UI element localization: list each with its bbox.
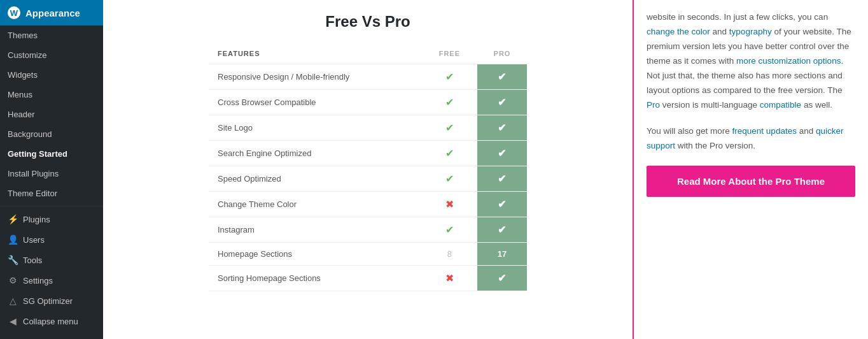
cross-icon: ✖ bbox=[445, 273, 454, 284]
sidebar-item-background[interactable]: Background bbox=[0, 124, 103, 144]
feature-cell: Homepage Sections bbox=[209, 243, 422, 266]
feature-cell: Responsive Design / Mobile-friendly bbox=[209, 64, 422, 90]
pro-cell: ✔ bbox=[477, 64, 527, 90]
tools-icon: 🔧 bbox=[8, 255, 18, 265]
plugins-icon: ⚡ bbox=[8, 214, 18, 224]
sidebar-item-collapse-menu[interactable]: ◀ Collapse menu bbox=[0, 311, 103, 331]
check-icon: ✔ bbox=[498, 122, 506, 133]
read-more-button[interactable]: Read More About the Pro Theme bbox=[647, 166, 855, 197]
free-cell: ✔ bbox=[422, 166, 477, 192]
check-icon: ✔ bbox=[445, 71, 454, 82]
table-row: Search Engine Optimized✔✔ bbox=[209, 141, 527, 166]
feature-cell: Site Logo bbox=[209, 115, 422, 141]
pro-cell: ✔ bbox=[477, 90, 527, 115]
users-label: Users bbox=[23, 235, 45, 245]
free-cell: ✔ bbox=[422, 90, 477, 115]
right-panel-paragraph2: You will also get more frequent updates … bbox=[647, 124, 855, 154]
sidebar-item-header[interactable]: Header bbox=[0, 105, 103, 124]
sidebar-item-themes[interactable]: Themes bbox=[0, 25, 103, 45]
pro-cell: ✔ bbox=[477, 115, 527, 141]
collapse-menu-label: Collapse menu bbox=[23, 317, 78, 326]
feature-cell: Change Theme Color bbox=[209, 192, 422, 217]
check-icon: ✔ bbox=[498, 199, 506, 210]
free-cell: 8 bbox=[422, 243, 477, 266]
tools-label: Tools bbox=[23, 256, 42, 265]
sidebar-item-settings[interactable]: ⚙ Settings bbox=[0, 270, 103, 291]
pro-cell: ✔ bbox=[477, 141, 527, 166]
col-header-features: FEATURES bbox=[209, 43, 422, 64]
sidebar-item-users[interactable]: 👤 Users bbox=[0, 229, 103, 250]
pro-cell: ✔ bbox=[477, 266, 527, 291]
right-panel: website in seconds. In just a few clicks… bbox=[633, 0, 868, 339]
typography-link: typography bbox=[729, 27, 772, 36]
check-icon: ✔ bbox=[445, 122, 454, 133]
feature-cell: Cross Browser Compatible bbox=[209, 90, 422, 115]
main-content: Free Vs Pro FEATURES FREE PRO Responsive… bbox=[103, 0, 868, 339]
check-icon: ✔ bbox=[498, 224, 506, 235]
table-row: Sorting Homepage Sections✖✔ bbox=[209, 266, 527, 291]
check-icon: ✔ bbox=[445, 224, 454, 235]
sidebar-item-customize[interactable]: Customize bbox=[0, 45, 103, 65]
col-header-pro: PRO bbox=[477, 43, 527, 64]
plugins-label: Plugins bbox=[23, 215, 50, 224]
pro-link: Pro bbox=[647, 100, 660, 110]
sidebar-item-tools[interactable]: 🔧 Tools bbox=[0, 250, 103, 270]
table-row: Change Theme Color✖✔ bbox=[209, 192, 527, 217]
table-row: Speed Optimized✔✔ bbox=[209, 166, 527, 192]
check-icon: ✔ bbox=[498, 97, 506, 108]
table-row: Homepage Sections817 bbox=[209, 243, 527, 266]
comparison-table: FEATURES FREE PRO Responsive Design / Mo… bbox=[209, 43, 527, 291]
sidebar-header[interactable]: W Appearance bbox=[0, 0, 103, 25]
collapse-menu-icon: ◀ bbox=[8, 316, 18, 326]
sidebar-item-theme-editor[interactable]: Theme Editor bbox=[0, 184, 103, 203]
free-cell: ✔ bbox=[422, 217, 477, 243]
sidebar: W Appearance Themes Customize Widgets Me… bbox=[0, 0, 103, 339]
pro-cell: ✔ bbox=[477, 192, 527, 217]
wordpress-icon: W bbox=[8, 6, 20, 19]
check-icon: ✔ bbox=[498, 148, 506, 159]
number-value: 8 bbox=[447, 249, 452, 259]
menus-label: Menus bbox=[8, 90, 32, 99]
sidebar-item-widgets[interactable]: Widgets bbox=[0, 65, 103, 85]
check-icon: ✔ bbox=[445, 173, 454, 184]
check-icon: ✔ bbox=[445, 97, 454, 108]
table-row: Responsive Design / Mobile-friendly✔✔ bbox=[209, 64, 527, 90]
sidebar-item-plugins[interactable]: ⚡ Plugins bbox=[0, 209, 103, 229]
sidebar-item-sg-optimizer[interactable]: △ SG Optimizer bbox=[0, 291, 103, 311]
free-cell: ✖ bbox=[422, 266, 477, 291]
themes-label: Themes bbox=[8, 31, 38, 40]
feature-cell: Instagram bbox=[209, 217, 422, 243]
customization-link: more customization options bbox=[736, 56, 841, 66]
free-cell: ✔ bbox=[422, 115, 477, 141]
cross-icon: ✖ bbox=[445, 199, 454, 210]
table-row: Instagram✔✔ bbox=[209, 217, 527, 243]
sidebar-item-install-plugins[interactable]: Install Plugins bbox=[0, 164, 103, 184]
number-value: 17 bbox=[498, 249, 507, 259]
check-icon: ✔ bbox=[498, 173, 506, 184]
settings-label: Settings bbox=[23, 276, 53, 285]
pro-cell: 17 bbox=[477, 243, 527, 266]
page-title: Free Vs Pro bbox=[116, 13, 620, 31]
table-row: Cross Browser Compatible✔✔ bbox=[209, 90, 527, 115]
updates-link: frequent updates bbox=[732, 126, 797, 136]
settings-icon: ⚙ bbox=[8, 275, 18, 285]
background-label: Background bbox=[8, 129, 52, 139]
check-icon: ✔ bbox=[498, 273, 506, 284]
sidebar-item-menus[interactable]: Menus bbox=[0, 85, 103, 105]
feature-cell: Sorting Homepage Sections bbox=[209, 266, 422, 291]
free-cell: ✔ bbox=[422, 64, 477, 90]
users-icon: 👤 bbox=[8, 234, 18, 245]
free-cell: ✔ bbox=[422, 141, 477, 166]
getting-started-label: Getting Started bbox=[8, 149, 67, 159]
check-icon: ✔ bbox=[498, 71, 506, 82]
sidebar-item-getting-started[interactable]: Getting Started bbox=[0, 144, 103, 164]
compatible-link: compatible bbox=[760, 100, 801, 110]
theme-editor-label: Theme Editor bbox=[8, 189, 57, 198]
content-area: Free Vs Pro FEATURES FREE PRO Responsive… bbox=[103, 0, 633, 339]
widgets-label: Widgets bbox=[8, 70, 38, 80]
install-plugins-label: Install Plugins bbox=[8, 169, 59, 178]
color-link: change the color bbox=[647, 27, 710, 36]
header-label: Header bbox=[8, 110, 35, 119]
check-icon: ✔ bbox=[445, 148, 454, 159]
free-cell: ✖ bbox=[422, 192, 477, 217]
